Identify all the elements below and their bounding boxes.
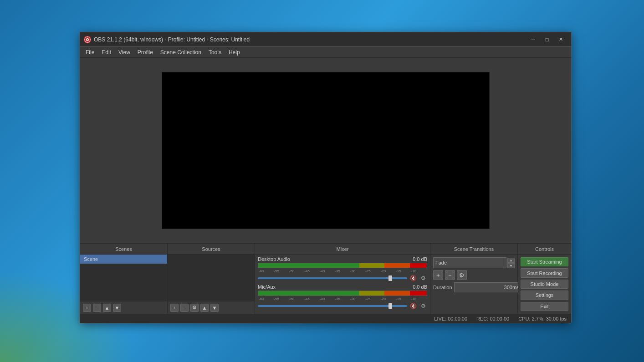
- transition-spinner: ▲ ▼: [507, 258, 515, 268]
- mic-aux-gradient: [258, 291, 427, 296]
- obs-window: OBS 21.1.2 (64bit, windows) - Profile: U…: [80, 32, 572, 323]
- transitions-select-row: Fade ▲ ▼: [433, 257, 515, 268]
- scenes-add-button[interactable]: +: [83, 304, 91, 312]
- exit-button[interactable]: Exit: [521, 302, 568, 311]
- mic-aux-meter: [258, 291, 427, 296]
- spin-up-button[interactable]: ▲: [507, 258, 515, 263]
- transitions-panel: Fade ▲ ▼ + − ⚙ Duration: [430, 255, 518, 314]
- maximize-button[interactable]: □: [540, 35, 554, 44]
- menu-profile[interactable]: Profile: [134, 47, 157, 57]
- desktop-audio-controls: 🔇 ⚙: [258, 274, 427, 282]
- bottom-panel: Scenes Sources Mixer Scene Transitions C…: [80, 243, 571, 323]
- desktop-audio-mute-button[interactable]: 🔇: [409, 274, 417, 282]
- menu-edit[interactable]: Edit: [98, 47, 115, 57]
- desktop-audio-gradient: [258, 263, 427, 268]
- sources-remove-button[interactable]: −: [180, 304, 189, 312]
- window-controls: ─ □ ✕: [526, 35, 567, 44]
- mic-aux-db: 0.0 dB: [413, 284, 427, 290]
- duration-label: Duration: [433, 285, 452, 290]
- mic-aux-slider[interactable]: [258, 305, 407, 307]
- scene-item[interactable]: Scene: [80, 255, 167, 264]
- scenes-header: Scenes: [80, 244, 168, 254]
- menu-tools[interactable]: Tools: [205, 47, 225, 57]
- mic-aux-controls: 🔇 ⚙: [258, 302, 427, 310]
- desktop-audio-slider[interactable]: [258, 277, 407, 279]
- transition-settings-button[interactable]: ⚙: [457, 270, 467, 280]
- spin-down-button[interactable]: ▼: [507, 263, 515, 268]
- mic-aux-scale: -60 -55 -50 -45 -40 -35 -30 -25 -20 -15 …: [258, 297, 427, 301]
- scenes-remove-button[interactable]: −: [93, 304, 101, 312]
- cpu-status: CPU: 2.7%, 30.00 fps: [518, 316, 567, 321]
- duration-row: Duration ▲ ▼: [433, 282, 515, 292]
- mic-aux-header: Mic/Aux 0.0 dB: [258, 284, 427, 290]
- preview-area: [80, 58, 571, 243]
- sources-toolbar: + − ⚙ ▲ ▼: [168, 301, 255, 314]
- start-recording-button[interactable]: Start Recording: [521, 268, 568, 277]
- mic-aux-name: Mic/Aux: [258, 284, 276, 290]
- sources-down-button[interactable]: ▼: [210, 304, 219, 312]
- transitions-header: Scene Transitions: [430, 244, 518, 254]
- live-status: LIVE: 00:00:00: [434, 316, 467, 321]
- transitions-controls: + − ⚙: [433, 270, 515, 280]
- window-title: OBS 21.1.2 (64bit, windows) - Profile: U…: [94, 36, 526, 43]
- menu-view[interactable]: View: [115, 47, 134, 57]
- menu-help[interactable]: Help: [225, 47, 244, 57]
- title-bar: OBS 21.1.2 (64bit, windows) - Profile: U…: [80, 32, 571, 47]
- mic-aux-settings-button[interactable]: ⚙: [419, 302, 427, 310]
- scenes-up-button[interactable]: ▲: [103, 304, 111, 312]
- mixer-panel: Desktop Audio 0.0 dB -60 -55 -50 -45 -40: [255, 255, 430, 314]
- desktop-audio-name: Desktop Audio: [258, 256, 290, 262]
- scenes-toolbar: + − ▲ ▼: [80, 301, 167, 314]
- section-headers: Scenes Sources Mixer Scene Transitions C…: [80, 244, 571, 255]
- sources-settings-button[interactable]: ⚙: [190, 304, 199, 312]
- sources-content: [168, 255, 255, 301]
- controls-header: Controls: [518, 244, 571, 254]
- rec-status: REC: 00:00:00: [476, 316, 509, 321]
- sources-up-button[interactable]: ▲: [200, 304, 209, 312]
- desktop-audio-scale: -60 -55 -50 -45 -40 -35 -30 -25 -20 -15 …: [258, 269, 427, 273]
- scenes-down-button[interactable]: ▼: [113, 304, 121, 312]
- desktop-audio-db: 0.0 dB: [413, 256, 427, 262]
- sources-add-button[interactable]: +: [170, 304, 179, 312]
- sources-panel: + − ⚙ ▲ ▼: [168, 255, 255, 314]
- desktop-audio-track: Desktop Audio 0.0 dB -60 -55 -50 -45 -40: [258, 256, 427, 282]
- sources-header: Sources: [168, 244, 255, 254]
- desktop-audio-header: Desktop Audio 0.0 dB: [258, 256, 427, 262]
- status-bar: LIVE: 00:00:00 REC: 00:00:00 CPU: 2.7%, …: [80, 314, 571, 323]
- scenes-panel: Scene + − ▲ ▼: [80, 255, 168, 314]
- start-streaming-button[interactable]: Start Streaming: [521, 257, 568, 266]
- svg-point-2: [87, 39, 88, 40]
- mic-aux-track: Mic/Aux 0.0 dB -60 -55 -50 -45 -40: [258, 284, 427, 310]
- transition-type-select[interactable]: Fade: [433, 257, 506, 268]
- main-content: Scenes Sources Mixer Scene Transitions C…: [80, 58, 571, 323]
- desktop-audio-meter: [258, 263, 427, 268]
- transition-add-button[interactable]: +: [433, 270, 443, 280]
- studio-mode-button[interactable]: Studio Mode: [521, 280, 568, 289]
- app-icon: [84, 36, 91, 43]
- minimize-button[interactable]: ─: [526, 35, 540, 44]
- menu-bar: File Edit View Profile Scene Collection …: [80, 47, 571, 58]
- desktop-audio-settings-button[interactable]: ⚙: [419, 274, 427, 282]
- close-button[interactable]: ✕: [554, 35, 567, 44]
- settings-button[interactable]: Settings: [521, 291, 568, 300]
- menu-file[interactable]: File: [82, 47, 98, 57]
- duration-input[interactable]: [454, 282, 521, 292]
- sections-row: Scene + − ▲ ▼ + − ⚙ ▲: [80, 255, 571, 314]
- mixer-header: Mixer: [255, 244, 430, 254]
- mic-aux-mute-button[interactable]: 🔇: [409, 302, 417, 310]
- menu-scene-collection[interactable]: Scene Collection: [157, 47, 205, 57]
- controls-panel: Start Streaming Start Recording Studio M…: [518, 255, 571, 314]
- preview-canvas: [162, 72, 490, 229]
- transition-remove-button[interactable]: −: [445, 270, 455, 280]
